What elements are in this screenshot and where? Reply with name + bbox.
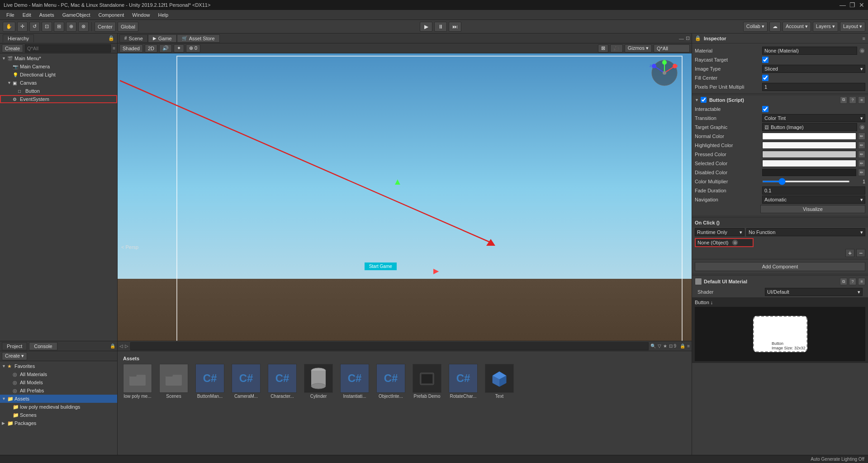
asset-text[interactable]: Text <box>483 364 516 399</box>
script-settings-btn[interactable]: ⧉ <box>840 96 847 104</box>
panel-menu-icon[interactable]: ≡ <box>687 344 690 348</box>
add-component-btn[interactable]: Add Component <box>695 262 865 271</box>
none-object-circle-btn[interactable]: ⊙ <box>732 239 738 246</box>
menu-file[interactable]: File <box>3 11 18 19</box>
shaded-dropdown[interactable]: Shaded <box>119 44 143 53</box>
disabled-color-swatch[interactable] <box>762 169 856 176</box>
highlighted-color-edit-btn[interactable]: ✏ <box>858 142 865 149</box>
material-menu-btn[interactable]: ≡ <box>858 278 865 285</box>
hierarchy-create-btn[interactable]: Create <box>2 44 23 53</box>
layers-dropdown[interactable]: Layers ▾ <box>813 22 838 32</box>
tab-console[interactable]: Console <box>29 342 57 350</box>
asset-rotatechar[interactable]: C# RotateChar... <box>447 364 479 399</box>
star-btn[interactable]: ★ <box>663 344 667 348</box>
gizmos-dropdown[interactable]: Gizmos ▾ <box>625 44 652 53</box>
target-graphic-field[interactable]: 🖼 Button (Image) <box>762 123 857 131</box>
collab-dropdown[interactable]: Collab ▾ <box>743 22 768 32</box>
tree-all-models[interactable]: ◎ All Models <box>0 378 117 387</box>
tab-hierarchy[interactable]: Hierarchy <box>3 34 34 43</box>
hierarchy-search[interactable] <box>25 44 111 53</box>
pressed-color-swatch[interactable] <box>762 151 856 158</box>
script-help-btn[interactable]: ? <box>849 96 856 104</box>
menu-help[interactable]: Help <box>154 11 172 19</box>
asset-buttonman[interactable]: C# ButtonMan... <box>194 364 226 399</box>
start-game-button[interactable]: Start Game <box>365 263 397 270</box>
close-btn[interactable]: ✕ <box>859 1 864 9</box>
disabled-color-edit-btn[interactable]: ✏ <box>858 169 865 176</box>
menu-assets[interactable]: Assets <box>36 11 58 19</box>
scene-minimize-icon[interactable]: — <box>679 36 684 41</box>
assets-search[interactable] <box>130 342 649 350</box>
hierarchy-item-canvas[interactable]: ▼ ▣ Canvas <box>0 79 117 87</box>
asset-scenes[interactable]: Scenes <box>157 364 190 399</box>
hierarchy-item-maincamera[interactable]: 📷 Main Camera <box>0 62 117 71</box>
scene-search[interactable]: Q*All <box>654 44 690 53</box>
material-field[interactable]: None (Material) <box>762 47 857 55</box>
runtime-dropdown[interactable]: Runtime Only ▾ <box>695 228 745 236</box>
tab-scene[interactable]: # Scene <box>119 34 148 43</box>
cloud-btn[interactable]: ☁ <box>769 22 781 32</box>
imagetype-dropdown[interactable]: Sliced ▾ <box>762 65 865 73</box>
material-settings-btn[interactable]: ⧉ <box>840 278 847 285</box>
hierarchy-item-dirlight[interactable]: 💡 Directional Light <box>0 71 117 79</box>
material-help-btn[interactable]: ? <box>849 278 856 285</box>
visualize-btn[interactable]: Visualize <box>760 205 865 213</box>
script-menu-btn[interactable]: ≡ <box>858 96 865 104</box>
target-graphic-circle-btn[interactable]: ⊙ <box>859 124 865 130</box>
shader-dropdown[interactable]: UI/Default ▾ <box>765 288 863 296</box>
scene-maximize-btn[interactable]: ⊠ <box>598 44 608 53</box>
project-create-btn[interactable]: Create ▾ <box>2 352 27 360</box>
audio-btn[interactable]: 🔊 <box>159 44 172 53</box>
fade-duration-field[interactable] <box>762 186 865 195</box>
add-listener-btn[interactable]: + <box>845 249 854 257</box>
global-btn[interactable]: Global <box>118 22 138 32</box>
highlighted-color-swatch[interactable] <box>762 142 856 149</box>
hierarchy-item-button[interactable]: □ Button <box>0 87 117 95</box>
tree-assets[interactable]: ▼ 📁 Assets <box>0 395 117 403</box>
hand-tool-btn[interactable]: ✋ <box>3 22 15 32</box>
tab-game[interactable]: ▶ Game <box>148 34 177 43</box>
play-btn[interactable]: ▶ <box>420 22 432 32</box>
camera-preview-btn[interactable]: 🎥 <box>610 44 623 53</box>
rect-tool-btn[interactable]: ⊞ <box>54 22 64 32</box>
pause-btn[interactable]: ⏸ <box>434 22 447 32</box>
asset-prefab-demo[interactable]: Prefab Demo <box>411 364 443 399</box>
hierarchy-item-mainmenu[interactable]: ▼ 🎬 Main Menu* <box>0 54 117 62</box>
transform-tool-btn[interactable]: ⊕ <box>66 22 76 32</box>
button-enabled-checkbox[interactable] <box>701 97 707 103</box>
scene-gizmo[interactable]: Y X Z <box>649 57 680 90</box>
assets-forward-btn[interactable]: ▷ <box>125 344 128 348</box>
panel-lock-icon[interactable]: 🔒 <box>680 344 685 348</box>
selected-color-swatch[interactable] <box>762 160 856 167</box>
rotate-tool-btn[interactable]: ↺ <box>29 22 40 32</box>
none-object-field[interactable]: None (Object) ⊙ <box>695 238 754 247</box>
tree-medieval[interactable]: 📁 low poly medieval buildings <box>0 403 117 411</box>
scale-tool-btn[interactable]: ⊡ <box>42 22 52 32</box>
pressed-color-edit-btn[interactable]: ✏ <box>858 151 865 158</box>
button-script-header[interactable]: ▼ Button (Script) ⧉ ? ≡ <box>692 95 868 105</box>
function-dropdown[interactable]: No Function ▾ <box>746 228 865 236</box>
selected-color-edit-btn[interactable]: ✏ <box>858 160 865 167</box>
remove-listener-btn[interactable]: − <box>856 249 865 257</box>
center-btn[interactable]: Center <box>95 22 116 32</box>
maximize-btn[interactable]: ❐ <box>849 1 855 9</box>
menu-window[interactable]: Window <box>128 11 153 19</box>
normal-color-swatch[interactable] <box>762 133 856 140</box>
tree-all-prefabs[interactable]: ◎ All Prefabs <box>0 387 117 395</box>
color-multiplier-range[interactable] <box>762 181 850 182</box>
menu-component[interactable]: Component <box>95 11 128 19</box>
assets-back-btn[interactable]: ◁ <box>119 344 123 348</box>
interactable-checkbox[interactable] <box>762 106 768 112</box>
asset-lowpoly[interactable]: low poly me... <box>121 364 154 399</box>
asset-cameramo[interactable]: C# CameraM... <box>230 364 262 399</box>
tab-assetstore[interactable]: 🛒 Asset Store <box>177 34 220 43</box>
custom-tool-btn[interactable]: ⊗ <box>78 22 89 32</box>
effects-btn[interactable]: ✦ <box>174 44 184 53</box>
filter-icon[interactable]: ▽ <box>658 344 661 348</box>
tree-all-materials[interactable]: ◎ All Materials <box>0 370 117 378</box>
menu-edit[interactable]: Edit <box>19 11 35 19</box>
raycast-checkbox[interactable] <box>762 57 768 63</box>
tree-favorites[interactable]: ▼ ★ Favorites <box>0 362 117 370</box>
tree-scenes[interactable]: 📁 Scenes <box>0 411 117 419</box>
move-tool-btn[interactable]: ✛ <box>17 22 28 32</box>
